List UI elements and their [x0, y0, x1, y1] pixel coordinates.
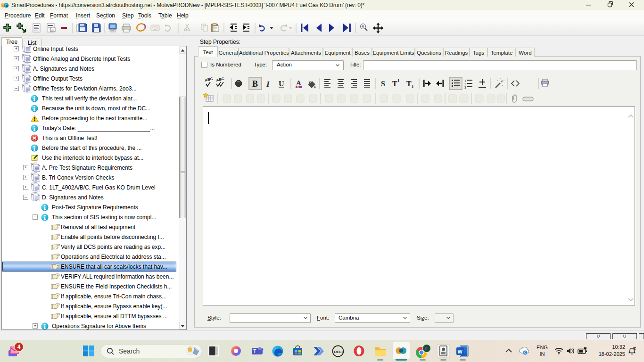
- svg-text:W: W: [457, 349, 462, 354]
- svg-text:1: 1: [412, 84, 414, 89]
- svg-text:4: 4: [17, 344, 21, 350]
- svg-text:B: B: [252, 79, 258, 89]
- svg-text:ABC: ABC: [216, 77, 225, 82]
- svg-text:DELL: DELL: [334, 350, 344, 354]
- svg-text:2: 2: [464, 82, 466, 86]
- svg-text:T: T: [253, 349, 256, 354]
- svg-text:1: 1: [464, 79, 466, 82]
- svg-text:I: I: [266, 80, 270, 89]
- svg-text:3: 3: [464, 86, 466, 89]
- svg-text:A: A: [296, 79, 301, 87]
- svg-text:S: S: [381, 80, 385, 88]
- svg-text:ABC: ABC: [205, 77, 214, 82]
- svg-text:1: 1: [397, 78, 400, 83]
- svg-text:..: ..: [366, 25, 367, 28]
- svg-text:L: L: [425, 346, 428, 351]
- svg-text:R: R: [362, 25, 364, 28]
- svg-text:T: T: [406, 80, 412, 88]
- svg-text:U: U: [279, 80, 284, 88]
- svg-text:T: T: [392, 80, 397, 88]
